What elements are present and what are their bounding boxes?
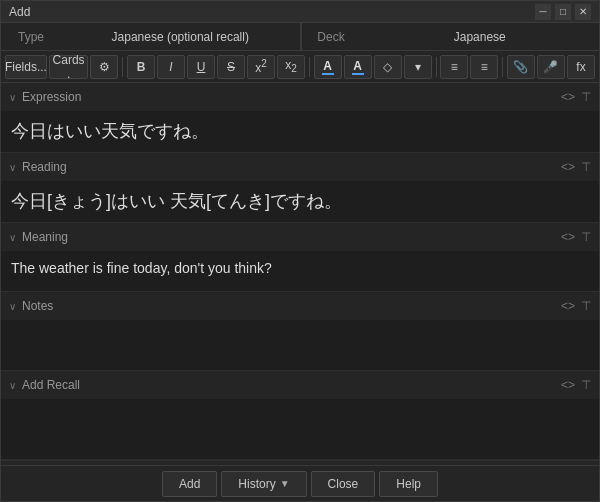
meaning-actions: <> ⊤ [561,230,591,244]
main-window: Add ─ □ ✕ Type Japanese (optional recall… [0,0,600,502]
minimize-button[interactable]: ─ [535,4,551,20]
superscript-button[interactable]: x2 [247,55,275,79]
add-recall-chevron: ∨ [9,380,16,391]
ordered-list-icon: ≡ [481,60,488,74]
expression-header-label: ∨ Expression [9,90,561,104]
add-recall-label: Add Recall [22,378,80,392]
font-color-button[interactable]: A [314,55,342,79]
subscript-button[interactable]: x2 [277,55,305,79]
underline-button[interactable]: U [187,55,215,79]
reading-header[interactable]: ∨ Reading <> ⊤ [1,153,599,181]
reading-chevron: ∨ [9,162,16,173]
expression-label: Expression [22,90,81,104]
expression-section: ∨ Expression <> ⊤ 今日はいい天気ですね。 [1,83,599,153]
strikethrough-button[interactable]: S [217,55,245,79]
close-button[interactable]: Close [311,471,376,497]
eraser-button[interactable]: ◇ [374,55,402,79]
expression-chevron: ∨ [9,92,16,103]
highlight-color-icon: A [352,59,364,75]
deck-label: Deck [301,23,361,50]
bottom-bar: Add History ▼ Close Help [1,465,599,501]
separator-2 [309,57,310,77]
close-button[interactable]: ✕ [575,4,591,20]
add-recall-pin-icon[interactable]: ⊤ [581,378,591,392]
notes-header[interactable]: ∨ Notes <> ⊤ [1,292,599,320]
record-icon: 🎤 [543,60,558,74]
unordered-list-button[interactable]: ≡ [440,55,468,79]
bold-icon: B [137,60,146,74]
italic-icon: I [169,60,172,74]
history-label: History [238,477,275,491]
expression-actions: <> ⊤ [561,90,591,104]
add-button[interactable]: Add [162,471,217,497]
reading-code-icon[interactable]: <> [561,160,575,174]
meaning-label: Meaning [22,230,68,244]
reading-actions: <> ⊤ [561,160,591,174]
titlebar: Add ─ □ ✕ [1,1,599,23]
window-title: Add [9,5,535,19]
reading-content[interactable]: 今日[きょう]はいい 天気[てんき]ですね。 [1,181,599,222]
formatting-toolbar: Fields... Cards . ⚙ B I U S x2 x2 A [1,51,599,83]
eraser-icon: ◇ [383,60,392,74]
formula-button[interactable]: fx [567,55,595,79]
bold-button[interactable]: B [127,55,155,79]
add-recall-section: ∨ Add Recall <> ⊤ [1,371,599,460]
strikethrough-icon: S [227,60,235,74]
separator-4 [502,57,503,77]
separator-1 [122,57,123,77]
ordered-list-button[interactable]: ≡ [470,55,498,79]
subscript-icon: x2 [285,58,297,74]
reading-section: ∨ Reading <> ⊤ 今日[きょう]はいい 天気[てんき]ですね。 [1,153,599,223]
separator-3 [436,57,437,77]
gear-button[interactable]: ⚙ [90,55,118,79]
type-row: Type Japanese (optional recall) Deck Jap… [1,23,599,51]
notes-code-icon[interactable]: <> [561,299,575,313]
notes-chevron: ∨ [9,301,16,312]
type-label: Type [1,23,61,50]
add-recall-content[interactable] [1,399,599,459]
notes-content[interactable] [1,320,599,370]
attach-icon: 📎 [513,60,528,74]
help-button[interactable]: Help [379,471,438,497]
maximize-button[interactable]: □ [555,4,571,20]
notes-header-label: ∨ Notes [9,299,561,313]
font-color-icon: A [322,59,334,75]
add-recall-header-label: ∨ Add Recall [9,378,561,392]
history-button[interactable]: History ▼ [221,471,306,497]
reading-header-label: ∨ Reading [9,160,561,174]
fields-button[interactable]: Fields... [5,55,47,79]
reading-pin-icon[interactable]: ⊤ [581,160,591,174]
notes-section: ∨ Notes <> ⊤ [1,292,599,371]
deck-value[interactable]: Japanese [361,23,600,50]
content-area[interactable]: ∨ Expression <> ⊤ 今日はいい天気ですね。 ∨ Reading … [1,83,599,465]
meaning-section: ∨ Meaning <> ⊤ The weather is fine today… [1,223,599,292]
meaning-content[interactable]: The weather is fine today, don't you thi… [1,251,599,291]
dropdown-icon: ▾ [415,60,421,74]
attach-button[interactable]: 📎 [507,55,535,79]
format-dropdown-button[interactable]: ▾ [404,55,432,79]
underline-icon: U [197,60,206,74]
record-button[interactable]: 🎤 [537,55,565,79]
add-recall-actions: <> ⊤ [561,378,591,392]
notes-pin-icon[interactable]: ⊤ [581,299,591,313]
expression-content[interactable]: 今日はいい天気ですね。 [1,111,599,152]
history-dropdown-icon: ▼ [280,478,290,489]
italic-button[interactable]: I [157,55,185,79]
meaning-pin-icon[interactable]: ⊤ [581,230,591,244]
expression-pin-icon[interactable]: ⊤ [581,90,591,104]
cards-button[interactable]: Cards . [49,55,89,79]
highlight-color-button[interactable]: A [344,55,372,79]
type-value[interactable]: Japanese (optional recall) [61,23,301,50]
meaning-chevron: ∨ [9,232,16,243]
superscript-icon: x2 [255,58,267,75]
gear-icon: ⚙ [99,60,110,74]
add-recall-header[interactable]: ∨ Add Recall <> ⊤ [1,371,599,399]
meaning-header[interactable]: ∨ Meaning <> ⊤ [1,223,599,251]
meaning-code-icon[interactable]: <> [561,230,575,244]
add-recall-code-icon[interactable]: <> [561,378,575,392]
formula-icon: fx [576,60,585,74]
expression-code-icon[interactable]: <> [561,90,575,104]
window-controls: ─ □ ✕ [535,4,591,20]
notes-label: Notes [22,299,53,313]
expression-header[interactable]: ∨ Expression <> ⊤ [1,83,599,111]
